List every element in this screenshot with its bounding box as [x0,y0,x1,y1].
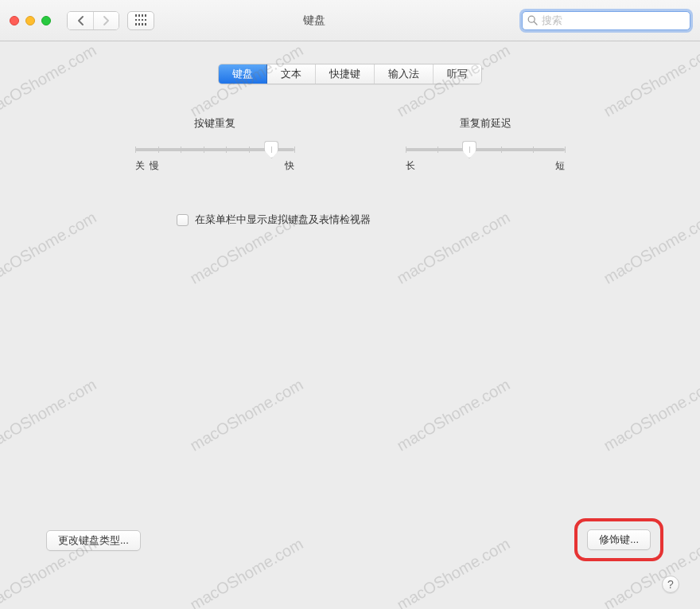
delay-long-label: 长 [406,159,415,173]
content-area: 键盘 文本 快捷键 输入法 听写 按键重复 关 慢 快 [0,41,700,609]
grid-icon [135,14,147,26]
tab-input-sources[interactable]: 输入法 [375,64,434,84]
key-repeat-label: 按键重复 [135,116,294,131]
tab-keyboard[interactable]: 键盘 [219,64,267,84]
key-repeat-fast-label: 快 [285,159,294,173]
help-button[interactable]: ? [662,576,679,593]
zoom-window-button[interactable] [41,16,51,25]
nav-group [67,11,119,30]
key-repeat-slider[interactable] [135,148,294,151]
show-viewers-label: 在菜单栏中显示虚拟键盘及表情检视器 [195,213,371,227]
show-all-button[interactable] [127,11,154,30]
delay-slider[interactable] [406,148,565,151]
back-button[interactable] [68,12,93,29]
key-repeat-slow-label: 慢 [150,159,159,173]
delay-short-label: 短 [555,159,565,173]
chevron-right-icon [103,16,110,25]
svg-line-1 [534,21,537,25]
minimize-window-button[interactable] [25,16,35,25]
window-controls [10,16,51,25]
show-viewers-row: 在菜单栏中显示虚拟键盘及表情检视器 [177,213,668,227]
change-keyboard-type-button[interactable]: 更改键盘类型... [46,530,141,551]
key-repeat-slider-block: 按键重复 关 慢 快 [135,116,294,173]
highlight-annotation: 修饰键... [574,518,663,561]
tabs: 键盘 文本 快捷键 输入法 听写 [32,64,668,84]
modifier-keys-button[interactable]: 修饰键... [587,529,651,550]
tab-shortcuts[interactable]: 快捷键 [316,64,375,84]
window-title: 键盘 [162,14,514,28]
search-field[interactable] [522,11,690,30]
delay-label: 重复前延迟 [406,116,565,131]
delay-slider-block: 重复前延迟 长 短 [406,116,565,173]
tab-text[interactable]: 文本 [267,64,316,84]
forward-button[interactable] [93,12,119,29]
chevron-left-icon [77,16,84,25]
tab-dictation[interactable]: 听写 [434,64,481,84]
search-input[interactable] [542,14,685,26]
toolbar: 键盘 [0,0,700,41]
close-window-button[interactable] [10,16,19,25]
show-viewers-checkbox[interactable] [177,214,189,226]
search-icon [527,15,538,25]
question-icon: ? [667,578,674,591]
key-repeat-off-label: 关 [135,159,145,173]
